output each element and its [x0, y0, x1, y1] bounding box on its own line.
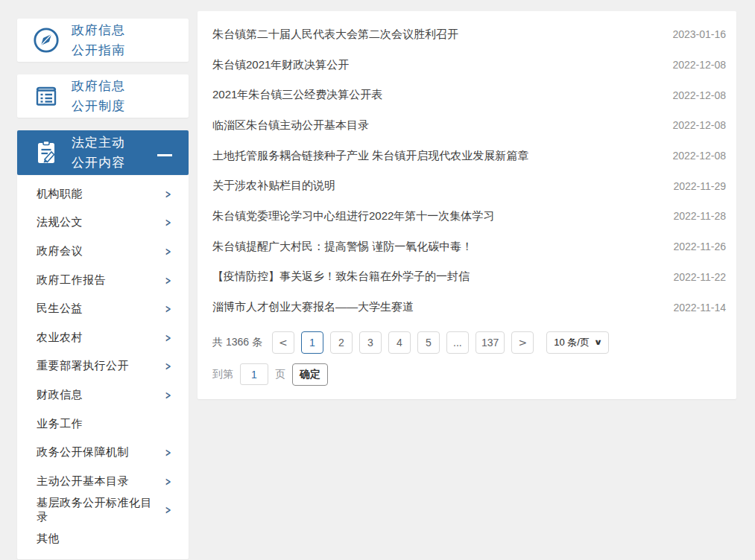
confirm-button[interactable]: 确定: [292, 363, 328, 386]
article-title[interactable]: 【疫情防控】事关返乡！致朱台籍在外学子的一封信: [212, 270, 470, 284]
page-size-label: 10 条/页: [554, 336, 590, 349]
chevron-down-icon: ∨: [594, 337, 603, 347]
article-title[interactable]: 朱台镇提醒广大村民：提高警惕 谨防一氧化碳中毒！: [212, 240, 473, 254]
article-date: 2022-12-08: [672, 150, 726, 162]
article-date: 2022-11-29: [673, 180, 726, 192]
article-row[interactable]: 朱台镇第二十届人民代表大会第二次会议胜利召开2023-01-16: [198, 19, 736, 50]
page-button[interactable]: 4: [388, 331, 411, 354]
chevron-right-icon: ＞: [163, 445, 172, 461]
sidebar-item-regulations[interactable]: 法规公文＞: [17, 209, 189, 238]
article-title[interactable]: 朱台镇第二十届人民代表大会第二次会议胜利召开: [212, 28, 458, 42]
sidebar-item-label: 政府信息 公开制度: [72, 76, 125, 116]
sidebar-item-work-report[interactable]: 政府工作报告＞: [17, 266, 189, 295]
article-row[interactable]: 朱台镇提醒广大村民：提高警惕 谨防一氧化碳中毒！2022-11-26: [198, 232, 736, 262]
article-row[interactable]: 土地托管服务耦合链接种子产业 朱台镇开启现代农业发展新篇章2022-12-08: [198, 141, 736, 171]
sidebar-item-disclosure-guarantee[interactable]: 政务公开保障机制＞: [17, 438, 189, 467]
chevron-right-icon: ＞: [163, 502, 172, 518]
article-row[interactable]: 朱台镇党委理论学习中心组进行2022年第十一次集体学习2022-11-28: [198, 201, 736, 232]
chevron-right-icon: ＞: [163, 244, 172, 260]
article-title[interactable]: 关于涉农补贴栏目的说明: [212, 179, 335, 193]
chevron-right-icon: ＞: [163, 185, 172, 202]
pagination-bar: 共 1366 条 < 1 2 3 4 5 ... 137 > 10 条/页 ∨: [212, 331, 726, 354]
article-title[interactable]: 朱台镇党委理论学习中心组进行2022年第十一次集体学习: [212, 209, 494, 223]
sidebar-item-gov-meetings[interactable]: 政府会议＞: [17, 237, 189, 266]
sidebar-item-grassroots-catalog[interactable]: 基层政务公开标准化目录＞: [17, 496, 189, 525]
page-size-select[interactable]: 10 条/页 ∨: [546, 331, 609, 354]
sidebar-item-gov-info-guide[interactable]: 政府信息 公开指南: [17, 19, 189, 62]
sidebar-item-statutory-disclosure[interactable]: 法定主动 公开内容: [17, 130, 189, 175]
sidebar-item-key-deployments[interactable]: 重要部署执行公开＞: [17, 352, 189, 381]
goto-suffix-label: 页: [275, 368, 285, 381]
chevron-right-icon: ＞: [163, 329, 172, 346]
page-button[interactable]: 2: [330, 331, 353, 354]
sidebar-item-basic-catalog[interactable]: 主动公开基本目录＞: [17, 467, 189, 496]
page-button[interactable]: 5: [417, 331, 440, 354]
article-date: 2022-11-28: [673, 210, 726, 222]
chevron-right-icon: ＞: [163, 358, 172, 375]
chevron-right-icon: ＞: [163, 387, 172, 404]
sidebar: 政府信息 公开指南 政府信息 公开制度: [17, 19, 189, 559]
article-date: 2022-12-08: [672, 89, 726, 101]
chevron-right-icon: ＞: [163, 214, 172, 231]
sidebar-item-gov-info-system[interactable]: 政府信息 公开制度: [17, 74, 189, 118]
goto-page-input[interactable]: [240, 363, 268, 385]
sidebar-item-org-functions[interactable]: 机构职能＞: [17, 179, 189, 209]
article-title[interactable]: 2021年朱台镇三公经费决算公开表: [212, 88, 382, 102]
prev-page-button[interactable]: <: [272, 331, 294, 354]
chevron-right-icon: ＞: [163, 272, 172, 288]
article-row[interactable]: 2021年朱台镇三公经费决算公开表2022-12-08: [198, 80, 736, 110]
ledger-icon: [31, 80, 62, 112]
article-date: 2022-12-08: [672, 59, 726, 71]
total-count-label: 共 1366 条: [212, 336, 262, 349]
goto-prefix-label: 到第: [212, 368, 233, 381]
clipboard-pencil-icon: [31, 137, 62, 168]
sidebar-item-fiscal-info[interactable]: 财政信息＞: [17, 381, 189, 410]
article-row[interactable]: 【疫情防控】事关返乡！致朱台籍在外学子的一封信2022-11-22: [198, 262, 736, 293]
sidebar-submenu: 机构职能＞ 法规公文＞ 政府会议＞ 政府工作报告＞ 民生公益＞ 农业农村＞ 重要…: [17, 175, 189, 559]
next-page-button[interactable]: >: [511, 331, 534, 354]
article-date: 2022-11-22: [673, 271, 726, 283]
article-row[interactable]: 关于涉农补贴栏目的说明2022-11-29: [198, 171, 736, 201]
article-date: 2022-11-26: [673, 241, 726, 252]
page-button[interactable]: 3: [359, 331, 382, 354]
article-title[interactable]: 土地托管服务耦合链接种子产业 朱台镇开启现代农业发展新篇章: [212, 149, 528, 163]
article-date: 2022-11-14: [673, 302, 726, 314]
article-date: 2023-01-16: [672, 28, 726, 40]
chevron-right-icon: ＞: [163, 473, 172, 489]
article-title[interactable]: 淄博市人才创业大赛报名——大学生赛道: [212, 300, 414, 314]
chevron-right-icon: ＞: [163, 301, 172, 317]
page-button[interactable]: 137: [476, 331, 505, 354]
article-title[interactable]: 临淄区朱台镇主动公开基本目录: [212, 118, 369, 133]
sidebar-item-livelihood[interactable]: 民生公益＞: [17, 294, 189, 323]
article-row[interactable]: 临淄区朱台镇主动公开基本目录2022-12-08: [198, 110, 736, 141]
sidebar-item-other[interactable]: 其他: [17, 524, 189, 553]
article-list-panel: 朱台镇第二十届人民代表大会第二次会议胜利召开2023-01-16 朱台镇2021…: [198, 11, 736, 399]
sidebar-item-agriculture[interactable]: 农业农村＞: [17, 323, 189, 352]
compass-icon: [31, 25, 62, 56]
page-ellipsis-button[interactable]: ...: [446, 331, 469, 354]
article-date: 2022-12-08: [672, 119, 726, 131]
article-row[interactable]: 朱台镇2021年财政决算公开2022-12-08: [198, 50, 736, 80]
sidebar-item-business-work[interactable]: 业务工作: [17, 410, 189, 439]
page-button-current[interactable]: 1: [301, 331, 323, 354]
article-title[interactable]: 朱台镇2021年财政决算公开: [212, 58, 349, 72]
collapse-minus-icon[interactable]: [157, 154, 172, 156]
sidebar-item-label: 法定主动 公开内容: [72, 133, 125, 173]
goto-page-bar: 到第 页 确定: [212, 363, 726, 386]
sidebar-item-label: 政府信息 公开指南: [72, 20, 125, 60]
article-row[interactable]: 淄博市人才创业大赛报名——大学生赛道2022-11-14: [198, 292, 736, 322]
